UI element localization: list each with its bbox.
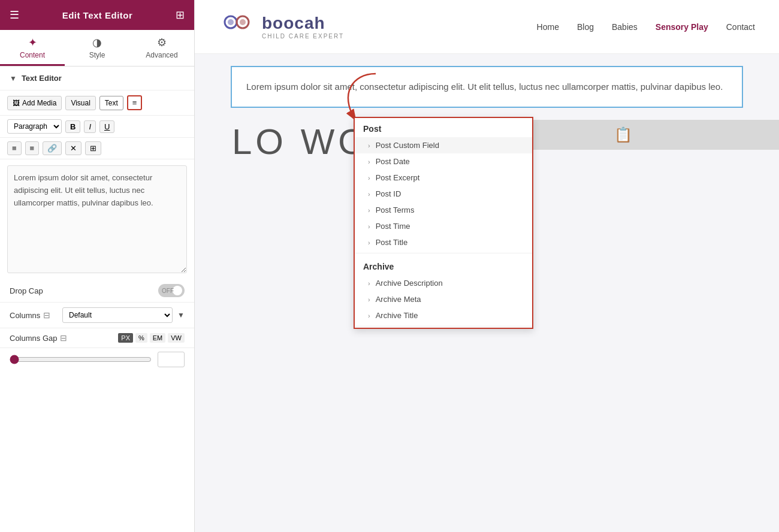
dropdown-item-archive-title[interactable]: › Archive Title — [355, 307, 532, 324]
list-row: ≡ ≡ 🔗 ✕ ⊞ — [0, 138, 194, 159]
logo-area: boocah CHILD CARE EXPERT — [219, 9, 344, 45]
bold-button[interactable]: B — [65, 120, 80, 133]
archive-meta-label: Archive Meta — [376, 295, 421, 304]
text-block: Lorem ipsum dolor sit amet, consectetur … — [231, 66, 743, 108]
archive-description-label: Archive Description — [376, 279, 443, 288]
dropdown-item-archive-meta[interactable]: › Archive Meta — [355, 291, 532, 307]
unit-buttons: PX % EM VW — [118, 333, 185, 343]
ordered-list-button[interactable]: ≡ — [25, 141, 40, 155]
drop-cap-row: Drop Cap OFF — [0, 279, 194, 303]
dropdown-item-post-time[interactable]: › Post Time — [355, 218, 532, 234]
underline-button[interactable]: U — [99, 120, 114, 133]
grid-icon[interactable]: ⊞ — [176, 8, 185, 22]
website-preview: boocah CHILD CARE EXPERT Home Blog Babie… — [195, 0, 779, 532]
columns-gap-value[interactable] — [158, 352, 185, 367]
chevron-right-icon-2: › — [368, 158, 370, 165]
chevron-right-icon-4: › — [368, 191, 370, 198]
unit-em-button[interactable]: EM — [150, 333, 166, 343]
columns-label: Columns ⊟ — [10, 310, 58, 320]
chevron-right-icon-7: › — [368, 239, 370, 246]
logo-svg — [219, 9, 255, 45]
chevron-right-icon-6: › — [368, 223, 370, 230]
remove-button[interactable]: ✕ — [65, 141, 81, 155]
post-id-label: Post ID — [376, 189, 401, 198]
table-button[interactable]: ⊞ — [85, 141, 101, 155]
nav-sensory-play[interactable]: Sensory Play — [656, 22, 708, 32]
visual-mode-button[interactable]: Visual — [65, 96, 95, 110]
add-media-button[interactable]: 🖼 Add Media — [7, 96, 62, 110]
sidebar-title: Edit Text Editor — [62, 10, 133, 20]
paragraph-select[interactable]: Paragraph — [7, 119, 62, 134]
italic-button[interactable]: I — [84, 120, 96, 133]
tab-style[interactable]: ◑ Style — [65, 30, 129, 66]
hamburger-icon[interactable]: ☰ — [10, 8, 19, 22]
collapse-arrow-icon[interactable]: ▼ — [10, 74, 17, 83]
columns-row: Columns ⊟ Default ▼ — [0, 303, 194, 328]
format-row: Paragraph B I U — [0, 116, 194, 138]
tab-style-label: Style — [89, 51, 105, 59]
text-editor-area[interactable]: Lorem ipsum dolor sit amet, consectetur … — [7, 165, 187, 273]
dropdown-item-post-excerpt[interactable]: › Post Excerpt — [355, 170, 532, 186]
nav-links: Home Blog Babies Sensory Play Contact — [537, 22, 755, 32]
dropdown-item-post-terms[interactable]: › Post Terms — [355, 202, 532, 218]
nav-babies[interactable]: Babies — [612, 22, 638, 32]
nav-contact[interactable]: Contact — [726, 22, 755, 32]
toggle-off-label: OFF — [162, 288, 174, 294]
link-button[interactable]: 🔗 — [43, 141, 62, 155]
columns-dropdown-arrow-icon: ▼ — [177, 311, 185, 319]
dropdown-divider — [355, 253, 532, 253]
tab-content[interactable]: ✦ Content — [0, 30, 65, 66]
columns-icon: ⊟ — [43, 310, 50, 320]
logo-tagline: CHILD CARE EXPERT — [262, 33, 344, 40]
archive-section-title: Archive — [355, 256, 532, 275]
post-custom-field-label: Post Custom Field — [376, 141, 439, 150]
drop-cap-toggle[interactable]: OFF — [158, 284, 185, 297]
post-date-label: Post Date — [376, 157, 410, 166]
tab-advanced-label: Advanced — [146, 51, 177, 59]
content-tab-icon: ✦ — [28, 36, 37, 49]
post-section-title: Post — [355, 118, 532, 137]
dropdown-item-post-date[interactable]: › Post Date — [355, 153, 532, 170]
chevron-right-icon: › — [368, 142, 370, 149]
unit-percent-button[interactable]: % — [135, 333, 147, 343]
archive-title-label: Archive Title — [376, 311, 418, 320]
tab-content-label: Content — [20, 51, 45, 59]
dropdown-item-archive-description[interactable]: › Archive Description — [355, 275, 532, 291]
text-mode-button[interactable]: Text — [99, 96, 123, 110]
dynamic-tags-button[interactable]: ≡ — [127, 95, 143, 110]
dropdown-item-post-custom-field[interactable]: › Post Custom Field — [355, 137, 532, 153]
editor-toolbar: 🖼 Add Media Visual Text ≡ — [0, 90, 194, 116]
columns-gap-slider[interactable] — [10, 355, 152, 364]
dropdown-popup: Post › Post Custom Field › Post Date › P… — [354, 117, 533, 329]
dropdown-item-post-id[interactable]: › Post ID — [355, 186, 532, 202]
dropdown-divider-2 — [355, 326, 532, 327]
tab-advanced[interactable]: ⚙ Advanced — [129, 30, 194, 66]
nav-home[interactable]: Home — [537, 22, 559, 32]
columns-gap-label: Columns Gap ⊟ — [10, 333, 67, 343]
main-content: boocah CHILD CARE EXPERT Home Blog Babie… — [195, 0, 779, 532]
chevron-right-icon-10: › — [368, 312, 370, 319]
post-terms-label: Post Terms — [376, 205, 415, 214]
site-nav: boocah CHILD CARE EXPERT Home Blog Babie… — [195, 0, 779, 54]
chevron-right-icon-5: › — [368, 207, 370, 214]
chevron-right-icon-9: › — [368, 296, 370, 303]
columns-gap-row: Columns Gap ⊟ PX % EM VW — [0, 328, 194, 348]
unordered-list-button[interactable]: ≡ — [7, 141, 22, 155]
columns-select[interactable]: Default — [62, 307, 173, 323]
columns-gap-icon: ⊟ — [60, 333, 67, 343]
sidebar-topbar: ☰ Edit Text Editor ⊞ — [0, 0, 194, 30]
unit-px-button[interactable]: PX — [118, 333, 133, 343]
gray-bar-icon: 📋 — [614, 126, 632, 143]
nav-blog[interactable]: Blog — [577, 22, 594, 32]
sidebar-tabs: ✦ Content ◑ Style ⚙ Advanced — [0, 30, 194, 66]
svg-point-2 — [228, 19, 234, 25]
unit-vw-button[interactable]: VW — [168, 333, 185, 343]
style-tab-icon: ◑ — [92, 36, 102, 49]
dropdown-scroll-area[interactable]: Post › Post Custom Field › Post Date › P… — [355, 118, 532, 328]
post-title-label: Post Title — [376, 238, 407, 247]
logo-name: boocah — [262, 14, 344, 33]
add-media-label: Add Media — [22, 99, 56, 107]
advanced-tab-icon: ⚙ — [157, 36, 167, 49]
dropdown-item-post-title[interactable]: › Post Title — [355, 234, 532, 250]
section-title: Text Editor — [22, 74, 62, 83]
